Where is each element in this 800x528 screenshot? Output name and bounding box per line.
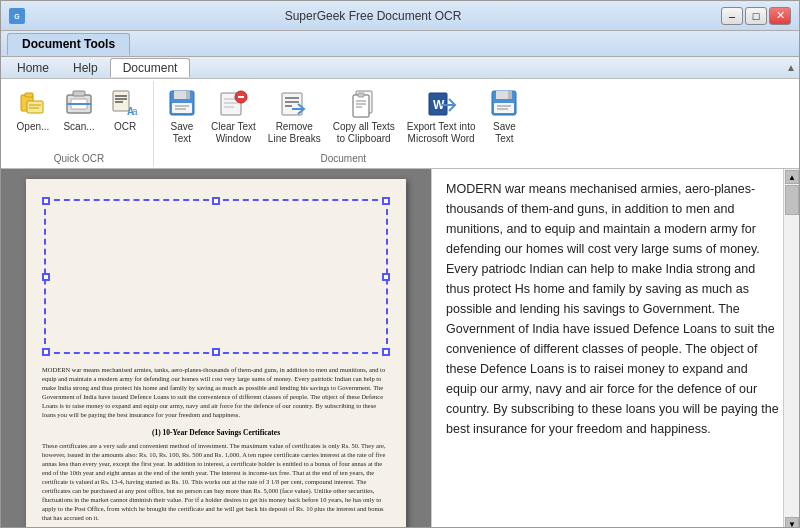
- handle-tm[interactable]: [212, 197, 220, 205]
- svg-rect-45: [508, 91, 512, 99]
- quickocr-group-label: Quick OCR: [54, 151, 105, 164]
- svg-text:a: a: [132, 106, 138, 117]
- ribbon-scroll-right[interactable]: ▲: [783, 58, 799, 78]
- quickocr-items: Open... Scan...: [11, 83, 147, 151]
- clear-text-icon: [217, 87, 249, 119]
- svg-rect-19: [186, 91, 190, 99]
- ocr-button[interactable]: A a OCR: [103, 83, 147, 137]
- selection-box[interactable]: [44, 199, 388, 354]
- export-word-label: Export Text intoMicrosoft Word: [407, 121, 476, 145]
- clear-text-label: Clear TextWindow: [211, 121, 256, 145]
- scan-icon: [63, 87, 95, 119]
- handle-bm[interactable]: [212, 348, 220, 356]
- minimize-button[interactable]: –: [721, 7, 743, 25]
- remove-breaks-label: RemoveLine Breaks: [268, 121, 321, 145]
- content-area: MODERN war means mechanised armies, tank…: [1, 169, 799, 528]
- scroll-thumb[interactable]: [785, 185, 799, 215]
- svg-rect-3: [25, 93, 33, 97]
- svg-rect-10: [73, 91, 85, 96]
- ocr-panel-wrap: MODERN war means mechanised armies, aero…: [431, 169, 799, 528]
- svg-rect-4: [27, 101, 43, 113]
- doc-paragraph-1: MODERN war means mechanised armies, tank…: [42, 365, 390, 420]
- open-label: Open...: [17, 121, 50, 133]
- scroll-down-btn[interactable]: ▼: [785, 517, 799, 528]
- ribbon-sub-tabs: Home Help Document ▲: [1, 57, 799, 79]
- save-text-label: Save Text: [171, 121, 194, 145]
- export-word-button[interactable]: W Export Text intoMicrosoft Word: [402, 83, 481, 149]
- tab-home[interactable]: Home: [5, 59, 61, 77]
- maximize-button[interactable]: □: [745, 7, 767, 25]
- scroll-up-btn[interactable]: ▲: [785, 170, 799, 184]
- ocr-label: OCR: [114, 121, 136, 133]
- close-button[interactable]: ✕: [769, 7, 791, 25]
- ocr-paragraph-1: MODERN war means mechanised armies, aero…: [446, 179, 779, 439]
- ribbon-top-tabs: Document Tools: [1, 31, 799, 57]
- save-text2-icon: [488, 87, 520, 119]
- save-text-icon: [166, 87, 198, 119]
- svg-rect-44: [496, 91, 508, 99]
- handle-ml[interactable]: [42, 273, 50, 281]
- ocr-text-panel[interactable]: MODERN war means mechanised armies, aero…: [431, 169, 799, 528]
- copy-clipboard-button[interactable]: Copy all Textsto Clipboard: [328, 83, 400, 149]
- save-text2-label: SaveText: [493, 121, 516, 145]
- clear-text-button[interactable]: Clear TextWindow: [206, 83, 261, 149]
- doc-heading: (1) 10-Year Defence Savings Certificates: [42, 428, 390, 437]
- handle-tl[interactable]: [42, 197, 50, 205]
- ribbon-group-quickocr: Open... Scan...: [5, 81, 154, 166]
- document-panel: MODERN war means mechanised armies, tank…: [1, 169, 431, 528]
- handle-bl[interactable]: [42, 348, 50, 356]
- panels-row: MODERN war means mechanised armies, tank…: [1, 169, 799, 528]
- remove-breaks-button[interactable]: RemoveLine Breaks: [263, 83, 326, 149]
- window-title: SuperGeek Free Document OCR: [25, 9, 721, 23]
- ribbon-toolbar: Open... Scan...: [1, 79, 799, 169]
- save-text2-button[interactable]: SaveText: [482, 83, 526, 149]
- tab-help[interactable]: Help: [61, 59, 110, 77]
- svg-rect-46: [494, 103, 514, 113]
- handle-mr[interactable]: [382, 273, 390, 281]
- vertical-scrollbar[interactable]: ▲ ▼: [783, 169, 799, 528]
- open-icon: [17, 87, 49, 119]
- open-button[interactable]: Open...: [11, 83, 55, 137]
- copy-clipboard-icon: [348, 87, 380, 119]
- svg-rect-39: [358, 93, 364, 97]
- ribbon-group-document: Save Text Clear TextWindow: [154, 81, 532, 166]
- copy-clipboard-label: Copy all Textsto Clipboard: [333, 121, 395, 145]
- ocr-icon: A a: [109, 87, 141, 119]
- tab-document[interactable]: Document: [110, 58, 191, 77]
- document-group-label: Document: [320, 151, 366, 164]
- remove-breaks-icon: [278, 87, 310, 119]
- tab-document-tools[interactable]: Document Tools: [7, 33, 130, 56]
- save-text-button[interactable]: Save Text: [160, 83, 204, 149]
- handle-tr[interactable]: [382, 197, 390, 205]
- title-bar-left: G: [9, 8, 25, 24]
- export-word-icon: W: [425, 87, 457, 119]
- svg-text:G: G: [14, 13, 20, 20]
- handle-br[interactable]: [382, 348, 390, 356]
- window-controls: – □ ✕: [721, 7, 791, 25]
- document-page: MODERN war means mechanised armies, tank…: [26, 179, 406, 528]
- scan-label: Scan...: [63, 121, 94, 133]
- svg-rect-20: [172, 103, 192, 113]
- svg-rect-35: [353, 95, 369, 117]
- title-bar: G SuperGeek Free Document OCR – □ ✕: [1, 1, 799, 31]
- document-items: Save Text Clear TextWindow: [160, 83, 526, 151]
- scan-button[interactable]: Scan...: [57, 83, 101, 137]
- app-icon: G: [9, 8, 25, 24]
- svg-rect-18: [174, 91, 186, 99]
- doc-paragraph-2: These certificates are a very safe and c…: [42, 441, 390, 523]
